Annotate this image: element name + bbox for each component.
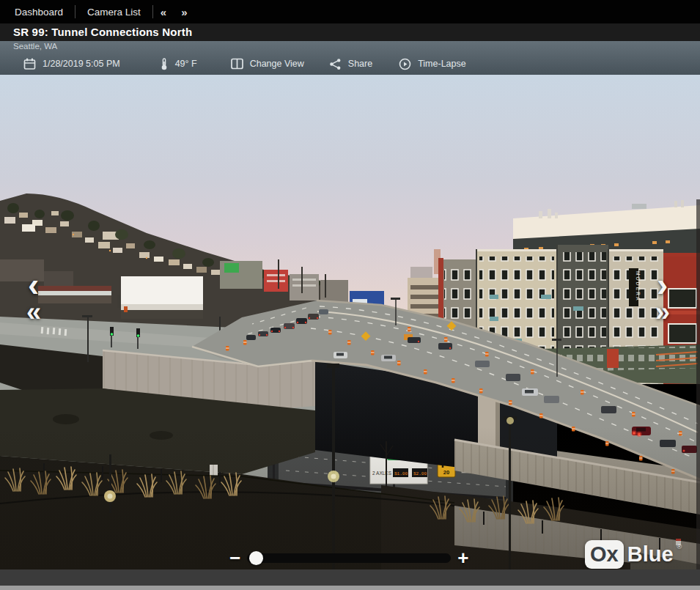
page-title: SR 99: Tunnel Connections North xyxy=(0,23,700,41)
datetime-control[interactable]: 1/28/2019 5:05 PM xyxy=(23,58,120,70)
change-view-button[interactable]: Change View xyxy=(231,58,304,70)
camera-image: MODERA xyxy=(0,75,700,569)
zoom-out-button[interactable]: − xyxy=(223,548,247,567)
photo-edge xyxy=(696,199,700,569)
camera-viewer: MODERA xyxy=(0,75,700,569)
pan-left-fast-button[interactable]: « xyxy=(26,299,41,325)
oxblue-camera-app: Dashboard Camera List « » SR 99: Tunnel … xyxy=(0,0,700,590)
share-label: Share xyxy=(348,59,372,69)
oxblue-logo: Ox Blue ® xyxy=(585,540,682,569)
camera-location: Seattle, WA xyxy=(13,42,57,51)
camera-toolbar: 1/28/2019 5:05 PM 49° F Change View xyxy=(0,54,700,74)
change-view-icon xyxy=(231,58,243,70)
bottom-strip xyxy=(0,586,700,590)
nav-dashboard[interactable]: Dashboard xyxy=(0,7,75,18)
nav-camera-list[interactable]: Camera List xyxy=(75,7,152,18)
bottom-bar xyxy=(0,569,700,586)
info-bar: Seattle, WA 1/28/2019 5:05 PM 49° F xyxy=(0,41,700,75)
calendar-icon xyxy=(23,58,36,70)
prev-camera-icon[interactable]: « xyxy=(153,6,174,18)
registered-mark: ® xyxy=(677,543,682,550)
time-lapse-button[interactable]: Time-Lapse xyxy=(399,58,466,70)
zoom-slider-handle[interactable] xyxy=(249,551,263,565)
modera-sign-label: MODERA xyxy=(635,271,641,302)
oxblue-logo-blue: Blue xyxy=(627,540,674,569)
time-lapse-label: Time-Lapse xyxy=(418,59,466,69)
share-icon xyxy=(329,58,342,70)
datetime-label: 1/28/2019 5:05 PM xyxy=(43,59,120,69)
zoom-control: − + xyxy=(223,547,475,568)
play-circle-icon xyxy=(399,58,411,70)
next-camera-icon[interactable]: » xyxy=(174,6,194,18)
share-button[interactable]: Share xyxy=(329,58,372,70)
top-nav: Dashboard Camera List « » xyxy=(0,0,700,23)
zoom-slider-track[interactable] xyxy=(247,553,451,563)
temperature-label: 49° F xyxy=(175,59,197,69)
change-view-label: Change View xyxy=(250,59,304,69)
zoom-in-button[interactable]: + xyxy=(451,548,475,567)
pan-right-fast-button[interactable]: » xyxy=(655,299,670,325)
temperature-display: 49° F xyxy=(160,58,197,70)
thermometer-icon xyxy=(160,58,169,70)
oxblue-logo-ox: Ox xyxy=(585,540,624,569)
